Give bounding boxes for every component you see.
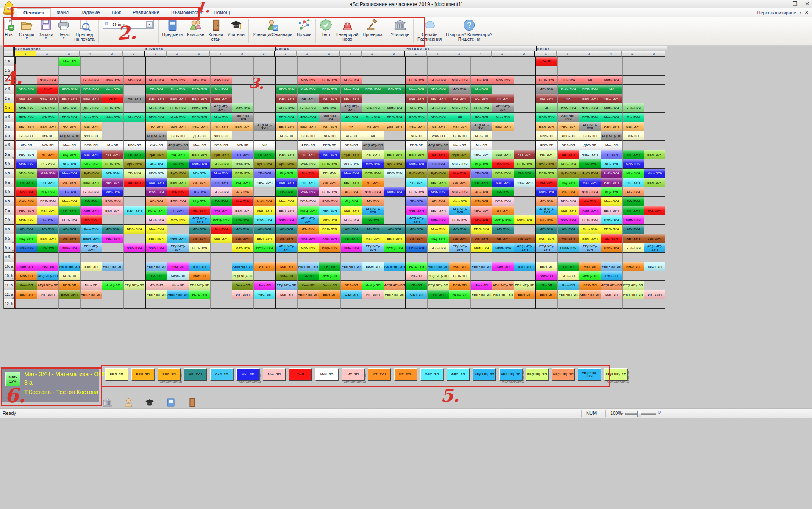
timetable-cell[interactable]: БЕЛ- ЗП: [579, 131, 601, 141]
unplaced-card[interactable]: РЕ(I ЧЕ)- ЗП: [526, 368, 548, 381]
timetable-cell[interactable]: Мат- ЗУЧ: [362, 159, 384, 169]
timetable-cell[interactable]: ИЦ- ЗУЧ: [428, 234, 449, 243]
timetable-cell[interactable]: БЕЛ- ЗУЧ: [59, 215, 81, 225]
timetable-cell[interactable]: [167, 57, 189, 66]
timetable-cell[interactable]: ГИ- ЗУЧ: [232, 215, 254, 225]
timetable-cell[interactable]: [232, 66, 254, 76]
timetable-cell[interactable]: Фил- ЗУЧ: [167, 234, 189, 243]
timetable-cell[interactable]: [406, 299, 428, 309]
period-header-Четвъртък-1[interactable]: 1: [405, 51, 427, 57]
timetable-cell[interactable]: ИзИ- ЗУЧ: [319, 206, 341, 215]
timetable-cell[interactable]: [644, 141, 665, 150]
timetable-cell[interactable]: [167, 253, 189, 262]
timetable-cell[interactable]: БЕЛ- ЗУЧ: [492, 169, 514, 178]
timetable-cell[interactable]: ГИ- ЗУЧ: [37, 243, 59, 253]
timetable-cell[interactable]: БЕЛ- ЗУЧ: [579, 94, 601, 103]
timetable-cell[interactable]: БЕЛ- ЗУЧ: [146, 103, 167, 113]
timetable-cell[interactable]: РЕ(I ЧЕ)- ЗП: [384, 290, 405, 299]
timetable-cell[interactable]: Мат- ЗП: [167, 281, 189, 290]
timetable-cell[interactable]: БЕЛ- ЗУЧ: [167, 178, 189, 187]
timetable-cell[interactable]: ФВС- ЗУЧ: [471, 206, 492, 215]
timetable-cell[interactable]: [124, 85, 145, 94]
timetable-cell[interactable]: [623, 94, 644, 103]
timetable-cell[interactable]: РЕ(I ЧЕ)- ЗП: [146, 262, 167, 271]
timetable-cell[interactable]: [146, 299, 167, 309]
timetable-cell[interactable]: АЕ(I ЧЕ)- ЗУЧ: [189, 215, 211, 225]
timetable-cell[interactable]: [428, 57, 449, 66]
timetable-cell[interactable]: Мат- ЗУЧ: [167, 85, 189, 94]
timetable-cell[interactable]: Мат- ЗП: [59, 141, 81, 150]
timetable-cell[interactable]: РЕ(I ЧЕ)- ЗП: [428, 281, 449, 290]
timetable-cell[interactable]: [211, 253, 232, 262]
timetable-cell[interactable]: ФрЕ- ЗУЧ: [167, 169, 189, 178]
period-header-Вторник-4[interactable]: 4: [210, 51, 231, 57]
timetable-cell[interactable]: [644, 271, 665, 281]
timetable-cell[interactable]: ГИ- ЗУЧ: [16, 178, 37, 187]
timetable-cell[interactable]: [601, 253, 623, 262]
timetable-cell[interactable]: БЕЛ- ЗУЧ: [189, 85, 211, 94]
timetable-cell[interactable]: [514, 225, 535, 234]
timetable-cell[interactable]: Мз- ЗУЧ: [16, 187, 37, 197]
timetable-cell[interactable]: Мз- ЗП: [471, 141, 492, 150]
period-header-Вторник-5[interactable]: 5: [231, 51, 253, 57]
timetable-cell[interactable]: БЕЛ- ЗУЧ: [298, 103, 319, 113]
timetable-cell[interactable]: Мат- ЗУЧ: [211, 169, 232, 178]
timetable-cell[interactable]: АЕ(II ЧЕ)- ЗП: [167, 290, 189, 299]
student-button[interactable]: Ученици/Семинари: [251, 18, 294, 37]
timetable-cell[interactable]: ИТ- ЗУЧ: [362, 178, 384, 187]
unplaced-card[interactable]: ИТ- ЗУЧ: [394, 368, 417, 381]
timetable-cell[interactable]: ГИ- ЗУЧ: [492, 187, 514, 197]
timetable-cell[interactable]: БЕЛ- ЗП: [276, 131, 298, 141]
timetable-cell[interactable]: Мат- ЗУЧ: [341, 169, 362, 178]
timetable-cell[interactable]: [514, 197, 535, 206]
timetable-cell[interactable]: Мат- ЗУЧ: [384, 187, 405, 197]
timetable-cell[interactable]: АЕ- ЗУЧ: [276, 225, 298, 234]
timetable-cell[interactable]: АЕ- ЗУЧ: [449, 234, 471, 243]
timetable-cell[interactable]: АЕ(II ЧЕ)- ЗП: [81, 290, 102, 299]
timetable-cell[interactable]: БЕЛ- ЗУЧ: [167, 94, 189, 103]
timetable-cell[interactable]: БЕЛ- ЗП: [536, 262, 558, 271]
row-label-1а[interactable]: 1 а: [4, 57, 15, 66]
timetable-cell[interactable]: БЕЛ- ЗУЧ: [514, 159, 535, 169]
timetable-cell[interactable]: [211, 243, 232, 253]
timetable-cell[interactable]: [623, 253, 644, 262]
timetable-cell[interactable]: ТП- ЗУЧ: [428, 159, 449, 169]
timetable-cell[interactable]: Мат- ЗУЧ: [232, 103, 254, 113]
unplaced-card[interactable]: СвЛ- ЗП: [210, 368, 233, 381]
timetable-cell[interactable]: [341, 66, 362, 76]
timetable-cell[interactable]: ЧО- ЗП: [319, 131, 341, 141]
timetable-cell[interactable]: АЕ- ЗУЧ: [59, 234, 81, 243]
timetable-cell[interactable]: [492, 85, 514, 94]
timetable-cell[interactable]: ИТ- ЗУЧ: [37, 150, 59, 159]
timetable-cell[interactable]: СвЛ- ЗП: [406, 290, 428, 299]
timetable-cell[interactable]: [623, 141, 644, 150]
timetable-cell[interactable]: Мз- ЗУЧ: [536, 94, 558, 103]
timetable-cell[interactable]: ТП- ЗУЧ: [146, 85, 167, 94]
chevron-down-icon[interactable]: ▼: [25, 37, 28, 39]
timetable-cell[interactable]: ТП- ЗУЧ: [406, 197, 428, 206]
timetable-cell[interactable]: Мат- ЗУЧ: [492, 178, 514, 187]
timetable-cell[interactable]: ФрЕ- ЗУЧ: [81, 169, 102, 178]
timetable-cell[interactable]: БЕЛ- ЗУЧ: [341, 215, 362, 225]
row-label-9а[interactable]: 9 а2: [4, 243, 15, 253]
timetable-cell[interactable]: Мат- ЗП: [81, 281, 102, 290]
timetable-cell[interactable]: [124, 131, 145, 141]
timetable-cell[interactable]: [232, 131, 254, 141]
timetable-cell[interactable]: АЕ- ЗУЧ: [536, 197, 558, 206]
timetable-cell[interactable]: ИТ- ЗИП: [37, 290, 59, 299]
timetable-cell[interactable]: [536, 253, 558, 262]
timetable-cell[interactable]: [384, 206, 405, 215]
timetable-cell[interactable]: ГИ- ЗУЧ: [623, 150, 644, 159]
timetable-cell[interactable]: [211, 290, 232, 299]
timetable-cell[interactable]: ГИ- ЗУЧ: [211, 197, 232, 206]
timetable-cell[interactable]: ИстЦ- ЗП: [102, 281, 124, 290]
timetable-cell[interactable]: ИзИ- ЗУЧ: [298, 159, 319, 169]
timetable-cell[interactable]: АЕ- ЗУЧ: [189, 234, 211, 243]
timetable-cell[interactable]: БЕЛ- ЗУЧ: [102, 103, 124, 113]
unplaced-card[interactable]: Мат- ЗП: [236, 368, 259, 381]
timetable-cell[interactable]: АЕ(II ЧЕ)- ЗП: [384, 281, 405, 290]
timetable-cell[interactable]: [362, 57, 384, 66]
timetable-cell[interactable]: [644, 215, 665, 225]
timetable-cell[interactable]: Мз- ЗУЧ: [319, 103, 341, 113]
timetable-cell[interactable]: ГИ- ЗУЧ: [623, 197, 644, 206]
